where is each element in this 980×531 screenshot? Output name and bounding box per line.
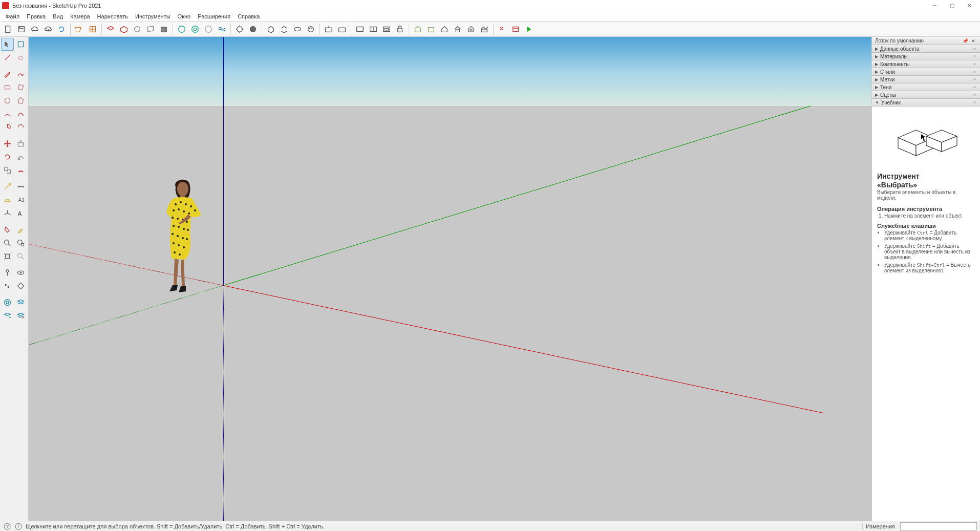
view-tool-1-icon[interactable] bbox=[354, 23, 366, 35]
section-close-icon[interactable]: × bbox=[972, 77, 977, 82]
refresh-icon[interactable] bbox=[55, 23, 68, 35]
section-tool-2-icon[interactable] bbox=[278, 23, 290, 35]
menu-camera[interactable]: Камера bbox=[67, 12, 93, 20]
house-3-icon[interactable] bbox=[465, 23, 477, 35]
section-tool-4-icon[interactable] bbox=[305, 23, 317, 35]
line-tool-icon[interactable] bbox=[1, 51, 14, 64]
measurements-input[interactable] bbox=[900, 522, 977, 530]
arc-tool-icon[interactable] bbox=[1, 108, 14, 120]
zoom-prev-tool-icon[interactable] bbox=[14, 250, 27, 263]
section-close-icon[interactable]: × bbox=[972, 92, 977, 97]
arc2-tool-icon[interactable] bbox=[14, 108, 27, 120]
new-file-icon[interactable] bbox=[2, 23, 14, 35]
tray-section-tags[interactable]: ▶Метки× bbox=[872, 76, 980, 83]
zoom-tool-icon[interactable] bbox=[1, 237, 14, 249]
viewport[interactable] bbox=[29, 37, 871, 521]
scale-tool-icon[interactable] bbox=[1, 164, 14, 177]
style-tool-3-icon[interactable] bbox=[202, 23, 215, 35]
section-tool-1-icon[interactable] bbox=[265, 23, 277, 35]
rotated-rect-tool-icon[interactable] bbox=[14, 81, 27, 94]
section-close-icon[interactable]: × bbox=[972, 84, 977, 90]
paint-tool-icon[interactable] bbox=[1, 223, 14, 236]
extension-1-icon[interactable] bbox=[496, 23, 508, 35]
followme-tool-icon[interactable] bbox=[14, 151, 27, 163]
house-2-icon[interactable] bbox=[452, 23, 464, 35]
close-button[interactable]: ✕ bbox=[961, 1, 978, 11]
layers-remove-icon[interactable] bbox=[14, 309, 27, 322]
shadow-tool-2-icon[interactable] bbox=[247, 23, 259, 35]
tray-section-entity-info[interactable]: ▶Данные объекта× bbox=[872, 45, 980, 53]
menu-view[interactable]: Вид bbox=[49, 12, 67, 20]
solid-tools-3-icon[interactable] bbox=[131, 23, 143, 35]
select-tool-icon[interactable] bbox=[1, 38, 14, 51]
tray-pin-icon[interactable]: 📌 bbox=[961, 38, 970, 44]
3dtext-tool-icon[interactable]: A bbox=[14, 207, 27, 220]
shadow-tool-1-icon[interactable] bbox=[233, 23, 246, 35]
offset-tool-icon[interactable] bbox=[14, 164, 27, 177]
circle-tool-icon[interactable] bbox=[1, 94, 14, 107]
layers-add-icon[interactable] bbox=[1, 309, 14, 322]
cloud-upload-icon[interactable] bbox=[29, 23, 41, 35]
house-1-icon[interactable] bbox=[438, 23, 451, 35]
tray-section-scenes[interactable]: ▶Сцены× bbox=[872, 91, 980, 99]
info-icon[interactable]: i bbox=[14, 522, 23, 530]
rectangle-tool-icon[interactable] bbox=[1, 81, 14, 94]
text-tool-icon[interactable]: A1 bbox=[14, 194, 27, 206]
scale-figure[interactable] bbox=[154, 178, 210, 295]
save-icon[interactable] bbox=[15, 23, 28, 35]
tray-section-instructor[interactable]: ▼Учебник× bbox=[872, 99, 980, 107]
view-tool-2-icon[interactable] bbox=[367, 23, 379, 35]
tray-section-components[interactable]: ▶Компоненты× bbox=[872, 60, 980, 68]
cloud-open-icon[interactable] bbox=[42, 23, 54, 35]
play-icon[interactable] bbox=[523, 23, 535, 35]
solid-tools-5-icon[interactable] bbox=[158, 23, 170, 35]
tray-close-icon[interactable]: ✕ bbox=[970, 38, 977, 44]
orbit-tool-icon[interactable] bbox=[14, 38, 27, 51]
solid-tools-1-icon[interactable] bbox=[104, 23, 117, 35]
menu-extensions[interactable]: Расширения bbox=[194, 12, 234, 20]
sample-tool-icon[interactable] bbox=[14, 223, 27, 236]
section-close-icon[interactable]: × bbox=[972, 61, 977, 67]
warehouse-2-icon[interactable] bbox=[425, 23, 437, 35]
menu-draw[interactable]: Нарисовать bbox=[94, 12, 132, 20]
eraser-tool-icon[interactable] bbox=[14, 51, 27, 64]
position-camera-icon[interactable] bbox=[1, 266, 14, 279]
axes-tool-icon[interactable] bbox=[1, 207, 14, 220]
style-tool-2-icon[interactable] bbox=[189, 23, 201, 35]
walk-tool-icon[interactable] bbox=[1, 280, 14, 292]
outliner-icon[interactable] bbox=[1, 296, 14, 309]
style-tool-4-icon[interactable] bbox=[216, 23, 228, 35]
layer-tool-2-icon[interactable] bbox=[336, 23, 348, 35]
section-plane-icon[interactable] bbox=[14, 280, 27, 292]
pie-tool-icon[interactable] bbox=[1, 121, 14, 134]
menu-file[interactable]: Файл bbox=[2, 12, 23, 20]
rotate-tool-icon[interactable] bbox=[1, 151, 14, 163]
zoom-window-tool-icon[interactable] bbox=[14, 237, 27, 249]
solid-tools-2-icon[interactable] bbox=[118, 23, 130, 35]
minimize-button[interactable]: ─ bbox=[926, 1, 943, 11]
section-close-icon[interactable]: × bbox=[972, 69, 977, 74]
redo-icon[interactable] bbox=[87, 23, 99, 35]
help-icon[interactable]: ? bbox=[3, 522, 11, 530]
tray-section-shadows[interactable]: ▶Тени× bbox=[872, 83, 980, 91]
style-tool-1-icon[interactable] bbox=[176, 23, 188, 35]
protractor-tool-icon[interactable] bbox=[1, 194, 14, 206]
view-tool-3-icon[interactable] bbox=[380, 23, 393, 35]
menu-tools[interactable]: Инструменты bbox=[132, 12, 174, 20]
layers-icon[interactable] bbox=[14, 296, 27, 309]
tray-section-styles[interactable]: ▶Стили× bbox=[872, 68, 980, 76]
section-close-icon[interactable]: × bbox=[972, 46, 977, 51]
solid-tools-4-icon[interactable] bbox=[144, 23, 157, 35]
look-around-icon[interactable] bbox=[14, 266, 27, 279]
tray-section-materials[interactable]: ▶Материалы× bbox=[872, 53, 980, 60]
zoom-extents-tool-icon[interactable] bbox=[1, 250, 14, 263]
freehand-tool-icon[interactable] bbox=[14, 68, 27, 80]
lock-icon[interactable] bbox=[394, 23, 406, 35]
maximize-button[interactable]: ▢ bbox=[943, 1, 961, 11]
house-4-icon[interactable] bbox=[478, 23, 491, 35]
warehouse-1-icon[interactable] bbox=[412, 23, 424, 35]
dimension-tool-icon[interactable] bbox=[14, 180, 27, 193]
pencil-tool-icon[interactable] bbox=[1, 68, 14, 80]
pushpull-tool-icon[interactable] bbox=[14, 137, 27, 150]
section-tool-3-icon[interactable] bbox=[291, 23, 304, 35]
